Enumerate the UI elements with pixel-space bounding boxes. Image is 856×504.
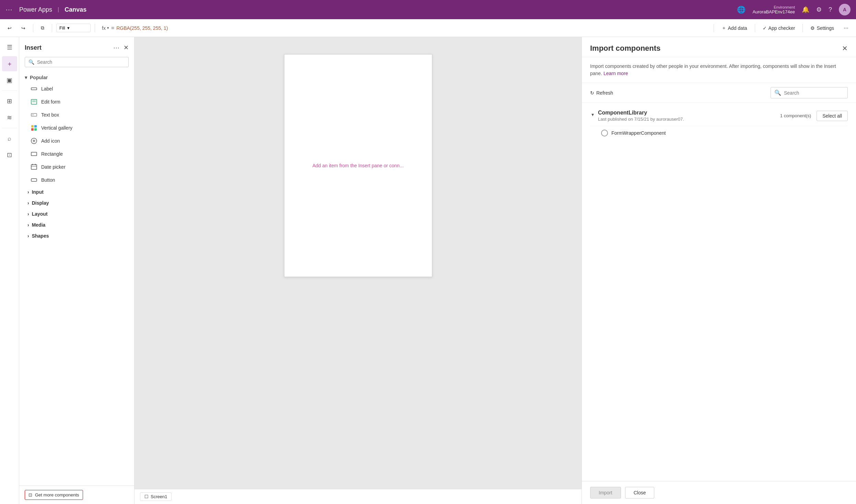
search-left-icon[interactable]: ⌕ [2,131,17,146]
insert-item-rectangle[interactable]: Rectangle [19,147,134,160]
chevron-right-icon4: › [27,222,29,228]
search-input[interactable] [37,59,125,65]
chevron-right-icon3: › [27,211,29,217]
close-button[interactable]: Close [625,487,655,499]
canvas-label: Canvas [65,6,86,13]
get-more-label: Get more components [35,492,79,497]
component-radio[interactable] [601,130,608,136]
refresh-button[interactable]: ↻ Refresh [590,90,613,96]
insert-options-button[interactable]: ⋯ [112,43,121,53]
gear-icon: ⚙ [810,25,815,31]
layout-group-label: Layout [32,211,48,217]
import-search-input[interactable] [784,90,844,96]
search-icon2: 🔍 [774,89,781,96]
checker-icon: ✓ [763,25,767,31]
insert-item-editform[interactable]: Edit form [19,95,134,108]
more-options-button[interactable]: ⋯ [840,24,852,33]
insert-group-media[interactable]: › Media [19,219,134,230]
screen1-tab[interactable]: ☐ Screen1 [140,492,172,501]
apps-icon[interactable]: ⋯ [5,5,12,14]
library-count: 1 component(s) [780,113,811,118]
environment-label: Environment [774,5,795,9]
datepicker-icon [30,163,38,171]
import-footer: Import Close [582,481,856,504]
import-button[interactable]: Import [590,487,621,499]
insert-item-button[interactable]: Button [19,173,134,187]
sep1 [33,24,33,32]
components-icon[interactable]: ⊡ [2,147,17,163]
canvas-area[interactable]: Add an item from the Insert pane or conn… [134,37,582,504]
topbar-sep: | [58,7,59,13]
add-data-button[interactable]: ＋ Add data [718,23,751,33]
button-icon [30,176,38,184]
screens-icon[interactable]: ▣ [2,73,17,88]
fx-label: fx ▾ [102,25,109,31]
get-more-components-button[interactable]: ⊡ Get more components [25,490,83,500]
svg-rect-0 [31,88,37,90]
component-library-row: ▾ ComponentLibrary Last published on 7/1… [590,106,848,126]
copy-button[interactable]: ⧉ [37,23,48,33]
canvas-frame: Add an item from the Insert pane or conn… [284,54,432,277]
variables-icon[interactable]: ≋ [2,110,17,125]
environment-icon: 🌐 [737,5,746,14]
canvas-bottom-bar: ☐ Screen1 [134,489,582,504]
insert-search-bar[interactable]: 🔍 [25,57,129,67]
popular-section[interactable]: ▾ Popular [19,73,134,82]
main-layout: ☰ ＋ ▣ ⊞ ≋ ⌕ ⊡ Insert ⋯ ✕ 🔍 ▾ Popular [0,37,856,504]
learn-more-link[interactable]: Learn more [603,71,628,76]
insert-group-display[interactable]: › Display [19,197,134,208]
toolbar2: ↩ ↪ ⧉ Fill ▾ fx ▾ = RGBA(255, 255, 255, … [0,19,856,37]
svg-rect-9 [34,128,37,131]
import-body: ▾ ComponentLibrary Last published on 7/1… [582,103,856,481]
topbar: ⋯ Power Apps | Canvas 🌐 Environment Auro… [0,0,856,19]
insert-item-addicon[interactable]: Add icon [19,134,134,147]
menu-icon[interactable]: ☰ [2,40,17,55]
insert-item-gallery[interactable]: Vertical gallery [19,121,134,134]
component-item: FormWrapperComponent [590,126,848,140]
editform-icon [30,98,38,106]
select-all-button[interactable]: Select all [817,111,848,121]
app-checker-button[interactable]: ✓ App checker [759,24,799,33]
textbox-icon [30,111,38,119]
undo-button[interactable]: ↩ [4,24,15,33]
label-item-text: Label [41,86,53,92]
svg-rect-7 [34,125,37,128]
insert-item-datepicker[interactable]: Date picker [19,160,134,173]
sep5 [755,24,755,32]
insert-group-input[interactable]: › Input [19,187,134,197]
insert-panel: Insert ⋯ ✕ 🔍 ▾ Popular Label [19,37,134,504]
gallery-icon [30,124,38,132]
environment-info: Environment AuroraBAPEnv174ee [752,5,795,14]
fill-label: Fill [59,25,65,31]
popular-label: Popular [30,75,48,80]
chevron-right-icon5: › [27,233,29,239]
chevron-right-icon2: › [27,200,29,206]
avatar[interactable]: A [839,4,851,15]
bell-icon[interactable]: 🔔 [802,6,809,13]
rectangle-item-text: Rectangle [41,151,63,157]
screen1-tab-label: Screen1 [151,494,167,499]
app-name: Power Apps [19,6,52,13]
help-icon[interactable]: ? [829,6,832,13]
import-panel: Import components ✕ Import components cr… [582,37,856,504]
import-title: Import components [590,44,660,53]
insert-item-textbox[interactable]: Text box [19,108,134,121]
insert-group-shapes[interactable]: › Shapes [19,230,134,241]
insert-list: ▾ Popular Label Edit form [19,71,134,485]
settings-icon[interactable]: ⚙ [816,6,822,13]
data-icon[interactable]: ⊞ [2,94,17,109]
insert-group-layout[interactable]: › Layout [19,208,134,219]
fill-dropdown[interactable]: Fill ▾ [56,24,91,32]
settings-button[interactable]: ⚙ Settings [807,24,837,33]
plus-icon: ＋ [722,25,726,31]
svg-rect-14 [31,165,37,169]
insert-item-label[interactable]: Label [19,82,134,95]
insert-close-button[interactable]: ✕ [124,44,129,51]
import-search-bar[interactable]: 🔍 [771,87,848,98]
insert-title: Insert [25,44,42,51]
import-close-button[interactable]: ✕ [842,44,848,52]
redo-button[interactable]: ↪ [18,24,29,33]
library-chevron-button[interactable]: ▾ [590,110,595,119]
search-icon: 🔍 [28,59,34,65]
insert-icon[interactable]: ＋ [2,56,17,71]
